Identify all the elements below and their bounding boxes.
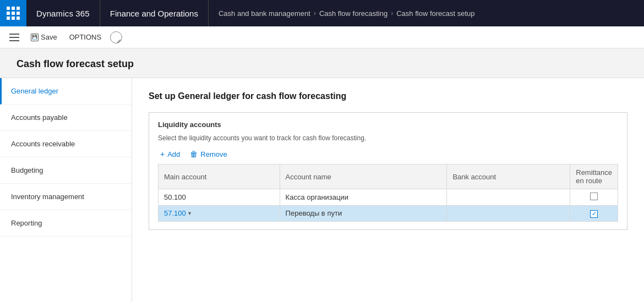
add-icon: + xyxy=(160,150,165,158)
add-label: Add xyxy=(167,150,180,158)
breadcrumb-item-1[interactable]: Cash and bank management xyxy=(219,9,310,18)
subsection-header: Liquidity accounts xyxy=(158,120,618,129)
sidebar-item-reporting[interactable]: Reporting xyxy=(0,210,132,237)
module-title[interactable]: Finance and Operations xyxy=(100,0,209,26)
breadcrumb-item-3[interactable]: Cash flow forecast setup xyxy=(396,9,474,18)
add-button[interactable]: + Add xyxy=(158,149,182,160)
remove-icon: 🗑 xyxy=(190,150,198,158)
hamburger-menu[interactable] xyxy=(6,29,23,46)
table-header-row: Main account Account name Bank account R… xyxy=(159,164,618,189)
subsection-box: Liquidity accounts Select the liquidity … xyxy=(149,112,627,230)
table-row[interactable]: 57.100▾Переводы в пути✓ xyxy=(159,206,618,222)
brand-title[interactable]: Dynamics 365 xyxy=(26,0,100,26)
sidebar-item-inventory-management[interactable]: Inventory management xyxy=(0,184,132,210)
cell-account-name: Касса организации xyxy=(280,189,447,206)
sidebar: General ledger Accounts payable Accounts… xyxy=(0,78,132,302)
col-remittance: Remittance en route xyxy=(570,164,618,189)
col-account-name: Account name xyxy=(280,164,447,189)
options-button[interactable]: OPTIONS xyxy=(65,31,106,43)
checkbox-unchecked-icon[interactable] xyxy=(590,193,598,200)
cell-main-account: 50.100 xyxy=(159,189,280,206)
subsection-description: Select the liquidity accounts you want t… xyxy=(158,134,618,142)
search-button[interactable] xyxy=(110,31,122,43)
cell-main-account: 57.100▾ xyxy=(159,206,280,222)
cell-remittance[interactable]: ✓ xyxy=(570,206,618,222)
sidebar-item-accounts-receivable[interactable]: Accounts receivable xyxy=(0,131,132,157)
cell-bank-account xyxy=(447,189,570,206)
sidebar-item-accounts-payable[interactable]: Accounts payable xyxy=(0,105,132,131)
page-wrapper: Cash flow forecast setup General ledger … xyxy=(0,48,644,302)
page-header: Cash flow forecast setup xyxy=(0,48,644,78)
remove-label: Remove xyxy=(200,150,227,158)
save-button[interactable]: 💾 Save xyxy=(25,31,63,43)
breadcrumb: Cash and bank management › Cash flow for… xyxy=(209,9,485,18)
apps-grid-icon xyxy=(7,7,20,20)
table-toolbar: + Add 🗑 Remove xyxy=(158,149,618,160)
sidebar-item-general-ledger[interactable]: General ledger xyxy=(0,78,132,105)
col-main-account: Main account xyxy=(159,164,280,189)
toolbar: 💾 Save OPTIONS xyxy=(0,26,644,48)
cell-bank-account xyxy=(447,206,570,222)
liquidity-accounts-table: Main account Account name Bank account R… xyxy=(158,164,618,222)
apps-launcher[interactable] xyxy=(0,0,26,26)
breadcrumb-sep-1: › xyxy=(314,9,316,17)
section-title: Set up General ledger for cash flow fore… xyxy=(149,91,627,101)
top-navigation: Dynamics 365 Finance and Operations Cash… xyxy=(0,0,644,26)
breadcrumb-sep-2: › xyxy=(391,9,393,17)
save-label: Save xyxy=(41,33,57,41)
table-row[interactable]: 50.100Касса организации xyxy=(159,189,618,206)
main-content: Set up General ledger for cash flow fore… xyxy=(132,78,644,302)
remove-button[interactable]: 🗑 Remove xyxy=(188,149,229,160)
breadcrumb-item-2[interactable]: Cash flow forecasting xyxy=(319,9,388,18)
dropdown-arrow-icon[interactable]: ▾ xyxy=(188,210,191,216)
save-icon: 💾 xyxy=(31,34,39,41)
checkbox-checked-icon[interactable]: ✓ xyxy=(590,210,598,218)
col-bank-account: Bank account xyxy=(447,164,570,189)
cell-account-name: Переводы в пути xyxy=(280,206,447,222)
sidebar-item-budgeting[interactable]: Budgeting xyxy=(0,157,132,184)
cell-remittance[interactable] xyxy=(570,189,618,206)
page-body: General ledger Accounts payable Accounts… xyxy=(0,78,644,302)
page-title: Cash flow forecast setup xyxy=(17,58,627,70)
